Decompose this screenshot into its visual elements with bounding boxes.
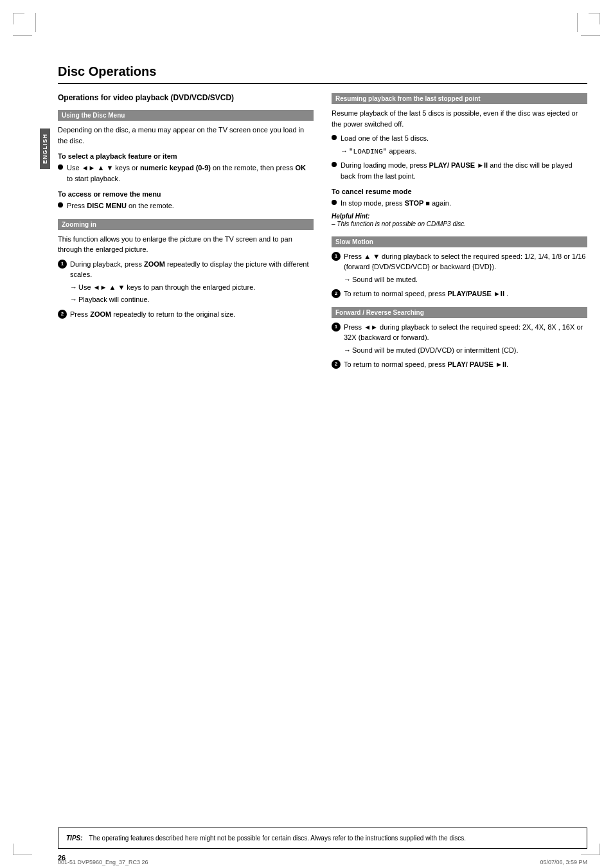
vline-tl [35, 13, 36, 32]
zoom-step1: 1 During playback, press ZOOM repeatedly… [58, 259, 314, 305]
vline-tr [577, 13, 578, 32]
corner-br [589, 844, 600, 855]
zoom-step1-number: 1 [58, 260, 67, 269]
slow-step1: 1 Press ▲ ▼ during playback to select th… [332, 251, 587, 285]
zoom-section-header: Zooming in [58, 219, 314, 230]
resume-bullet1-arrow: → "LOADING" appears. [341, 146, 429, 157]
hline-bl [13, 855, 32, 855]
access-menu-header: To access or remove the menu [58, 190, 314, 198]
fwd-step2: 2 To return to normal speed, press PLAY/… [332, 359, 587, 370]
access-menu-bullet: Press DISC MENU on the remote. [58, 200, 314, 211]
zoom-step2-number: 2 [58, 310, 67, 319]
ops-header: Operations for video playback (DVD/VCD/S… [58, 93, 314, 102]
bullet-circle-2 [58, 202, 63, 208]
corner-tr [589, 13, 600, 24]
hint-text: – This function is not possible on CD/MP… [332, 220, 587, 229]
slow-step2-number: 2 [332, 289, 341, 298]
slow-step2: 2 To return to normal speed, press PLAY/… [332, 288, 587, 299]
slow-step1-arrow: → Sound will be muted. [344, 274, 587, 285]
footer-right: 05/07/06, 3:59 PM [540, 859, 587, 865]
slow-step1-number: 1 [332, 252, 341, 261]
zoom-step1-arrow2: → Playback will continue. [70, 294, 314, 305]
hline-tl [13, 35, 32, 36]
footer-left: 001-51 DVP5960_Eng_37_RC3 26 [58, 859, 148, 865]
corner-tl [13, 13, 24, 24]
resume-bullet2-circle [332, 162, 337, 167]
main-content: Disc Operations Operations for video pla… [58, 64, 587, 817]
col-right: Resuming playback from the last stopped … [332, 93, 587, 374]
hline-tr [581, 35, 600, 36]
resume-bullet1: Load one of the last 5 discs. → "LOADING… [332, 133, 587, 157]
tips-label: TIPS: [66, 833, 83, 843]
two-col-layout: Operations for video playback (DVD/VCD/S… [58, 93, 587, 374]
hline-br [581, 855, 600, 855]
resume-bullet2: During loading mode, press PLAY/ PAUSE ►… [332, 160, 587, 181]
fwd-step1-number: 1 [332, 323, 341, 332]
resume-para: Resume playback of the last 5 discs is p… [332, 108, 587, 129]
zoom-para: This function allows you to enlarge the … [58, 234, 314, 255]
bullet-circle [58, 164, 63, 170]
corner-bl [13, 844, 24, 855]
slow-motion-section-header: Slow Motion [332, 236, 587, 247]
zoom-step1-arrow1: → Use ◄► ▲ ▼ keys to pan through the enl… [70, 282, 314, 293]
zoom-step2: 2 Press ZOOM repeatedly to return to the… [58, 309, 314, 320]
cancel-resume-header: To cancel resume mode [332, 188, 587, 195]
cancel-resume-bullet: In stop mode, press STOP ■ again. [332, 198, 587, 209]
fwd-step1-arrow: → Sound will be muted (DVD/VCD) or inter… [344, 345, 587, 356]
sidebar-language-label: English [40, 128, 50, 169]
tips-box: TIPS: The operating features described h… [58, 828, 587, 849]
page-title: Disc Operations [58, 64, 587, 84]
col-left: Operations for video playback (DVD/VCD/S… [58, 93, 314, 374]
resume-section-header: Resuming playback from the last stopped … [332, 93, 587, 104]
tips-text: The operating features described here mi… [89, 833, 466, 843]
page-wrapper: English Disc Operations Operations for v… [0, 0, 613, 868]
disc-menu-section-header: Using the Disc Menu [58, 110, 314, 121]
select-feature-header: To select a playback feature or item [58, 152, 314, 160]
fwd-step1: 1 Press ◄► during playback to select the… [332, 322, 587, 356]
fwd-rev-section-header: Forward / Reverse Searching [332, 307, 587, 318]
disc-menu-para: Depending on the disc, a menu may appear… [58, 125, 314, 146]
fwd-step2-number: 2 [332, 360, 341, 369]
hint-label: Helpful Hint: [332, 213, 587, 220]
resume-bullet1-circle [332, 135, 337, 140]
cancel-resume-circle [332, 200, 337, 205]
select-feature-bullet: Use ◄► ▲ ▼ keys or numeric keypad (0-9) … [58, 163, 314, 184]
